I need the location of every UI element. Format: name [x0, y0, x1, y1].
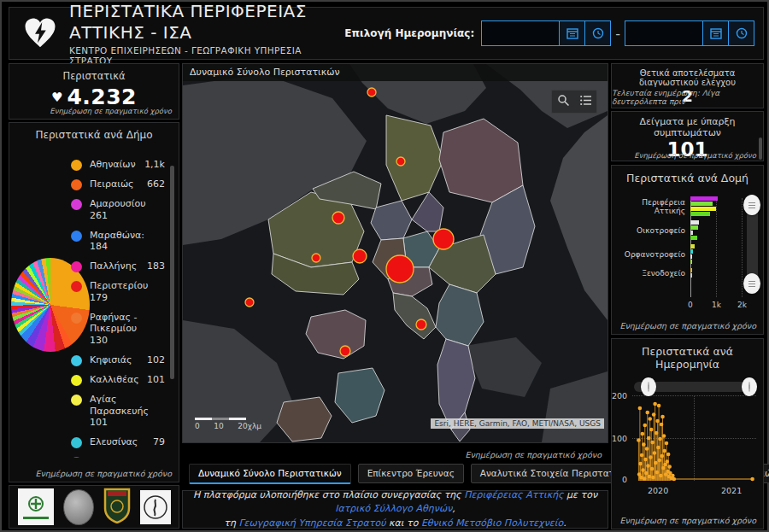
data-point[interactable] — [649, 455, 653, 459]
slider-handle-top[interactable] — [743, 195, 760, 215]
bar[interactable] — [690, 202, 713, 206]
legend-item[interactable]: Καλλιθέας101 — [71, 374, 165, 386]
bar[interactable] — [690, 273, 692, 278]
bar[interactable] — [690, 260, 692, 264]
bar[interactable] — [690, 254, 692, 259]
incident-marker[interactable] — [367, 88, 376, 96]
bar-group[interactable]: Οικοτροφείο — [612, 220, 763, 240]
incident-marker[interactable] — [332, 212, 344, 224]
data-point[interactable] — [665, 441, 669, 446]
legend-item[interactable]: Κηφισιάς102 — [71, 354, 165, 366]
bar[interactable] — [690, 244, 695, 248]
legend-item[interactable]: Μαραθώνα:184 — [71, 230, 165, 254]
incident-marker[interactable] — [396, 157, 405, 166]
data-point[interactable] — [657, 404, 661, 408]
data-point[interactable] — [656, 446, 660, 450]
footer-link[interactable]: Ιατρικό Σύλλογο Αθηνών — [335, 503, 452, 514]
bar-group[interactable]: Περιφέρεια Αττικής — [612, 196, 763, 216]
realtime-update-note: Ενημέρωση σε πραγματικό χρόνο — [620, 516, 757, 525]
data-point[interactable] — [645, 411, 649, 415]
data-point[interactable] — [649, 428, 654, 432]
footer-link[interactable]: Γεωγραφική Υπηρεσία Στρατού — [238, 517, 385, 529]
incident-marker[interactable] — [416, 319, 426, 330]
legend-item[interactable]: Αμαρουσίου261 — [71, 198, 165, 222]
data-point[interactable] — [643, 424, 648, 428]
legend-item[interactable] — [71, 456, 165, 458]
tab-inactive[interactable]: Επίκεντρο Έρευνας — [358, 464, 464, 483]
bar[interactable] — [690, 196, 718, 201]
legend-list-icon[interactable] — [579, 94, 592, 110]
calendar-icon[interactable] — [559, 20, 585, 46]
panel-scrollbar[interactable] — [759, 137, 762, 160]
tab-active[interactable]: Δυναμικό Σύνολο Περιστατικών — [189, 464, 351, 484]
legend-item[interactable]: Περιστερίου179 — [71, 280, 165, 304]
data-point[interactable] — [653, 402, 657, 406]
bar[interactable] — [690, 236, 697, 240]
data-point[interactable] — [641, 432, 645, 436]
date-from-input[interactable] — [481, 20, 560, 46]
data-point[interactable] — [662, 449, 666, 453]
incident-marker[interactable] — [386, 255, 414, 283]
legend-item[interactable]: Πειραιώς662 — [71, 178, 165, 190]
data-point[interactable] — [645, 447, 649, 451]
data-point[interactable] — [750, 477, 754, 482]
data-point[interactable] — [672, 477, 677, 482]
bar-group[interactable]: Ορφανοτροφείο — [612, 244, 763, 264]
bar[interactable] — [690, 249, 693, 254]
footer-link[interactable]: Εθνικό Μετσόβιο Πολυτεχνείο — [421, 517, 563, 529]
slider-handle-bottom[interactable] — [743, 273, 760, 294]
legend-item[interactable]: Ραφήνας - Πικερμίου130 — [71, 312, 165, 347]
data-point[interactable] — [640, 453, 644, 458]
slider-handle-left[interactable] — [641, 377, 656, 396]
data-point[interactable] — [662, 434, 666, 438]
incident-marker[interactable] — [353, 249, 367, 263]
legend-scrollbar[interactable] — [170, 166, 174, 379]
bar[interactable] — [690, 220, 699, 225]
date-to-input[interactable] — [625, 20, 703, 46]
data-point[interactable] — [666, 453, 671, 457]
date-selection: Επιλογή Ημερομηνίας: - — [344, 20, 754, 46]
legend-item[interactable]: Παλλήνης183 — [71, 260, 165, 272]
data-point[interactable] — [654, 461, 658, 465]
footer-link[interactable]: Περιφέρειας Αττικής — [464, 489, 563, 500]
attica-map[interactable] — [183, 64, 608, 442]
bar[interactable] — [690, 225, 698, 230]
search-icon[interactable] — [557, 94, 570, 110]
data-point[interactable] — [671, 474, 675, 478]
scale-10: 10 — [214, 422, 223, 430]
legend-label: Πειραιώς662 — [90, 178, 165, 190]
data-point[interactable] — [650, 467, 655, 471]
legend-item[interactable]: Αθηναίων1,1k — [71, 159, 165, 171]
map-scalebar: 0 10 20χλμ — [195, 418, 261, 430]
data-point[interactable] — [646, 464, 650, 468]
legend-item[interactable]: Ελευσίνας79 — [71, 436, 165, 448]
data-point[interactable] — [638, 406, 643, 411]
date-scatter-chart[interactable] — [612, 339, 765, 510]
bar-category-label: Οικοτροφείο — [612, 226, 690, 235]
structure-bar-chart[interactable]: Περιφέρεια ΑττικήςΟικοτροφείοΟρφανοτροφε… — [612, 196, 763, 299]
legend-item[interactable]: Αγίας Παρασκευής101 — [71, 394, 165, 429]
bar[interactable] — [690, 231, 693, 235]
incident-marker[interactable] — [433, 229, 454, 249]
bar[interactable] — [690, 207, 716, 211]
incident-marker[interactable] — [340, 346, 350, 356]
map-panel: Δυναμικό Σύνολο Περιστατικών — [182, 63, 608, 443]
data-point[interactable] — [658, 459, 662, 463]
bar[interactable] — [690, 212, 710, 216]
calendar-icon[interactable] — [702, 20, 729, 46]
data-point[interactable] — [667, 465, 672, 469]
data-point[interactable] — [648, 417, 652, 421]
data-point[interactable] — [660, 454, 664, 459]
incident-marker[interactable] — [245, 298, 254, 307]
bar[interactable] — [690, 268, 692, 272]
clock-icon[interactable] — [584, 20, 611, 46]
clock-icon[interactable] — [728, 20, 754, 46]
data-point[interactable] — [641, 468, 645, 472]
data-point[interactable] — [653, 451, 657, 455]
slider-handle-right[interactable] — [742, 377, 757, 396]
incidents-by-date-panel: Περιστατικά ανά Ημερομηνία 200 100 0 202… — [611, 338, 764, 529]
legend-color-dot — [71, 457, 82, 458]
bar-group[interactable]: Ξενοδοχείο — [612, 268, 763, 278]
incident-marker[interactable] — [312, 254, 320, 262]
data-point[interactable] — [660, 415, 665, 419]
